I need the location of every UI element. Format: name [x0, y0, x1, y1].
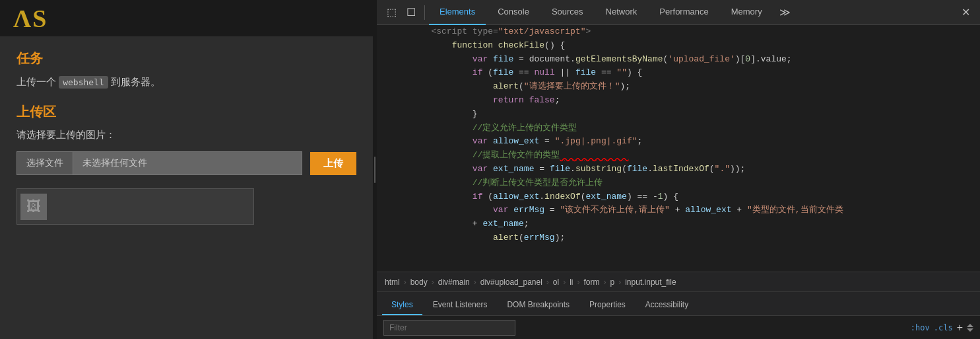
- tab-elements[interactable]: Elements: [429, 0, 486, 25]
- filter-arrow-up[interactable]: [967, 324, 973, 327]
- code-line: var file = document.getElementsByName('u…: [377, 53, 980, 67]
- bottom-tabs: Styles Event Listeners DOM Breakpoints P…: [377, 291, 980, 315]
- image-preview-area: 🖼: [16, 188, 254, 225]
- tab-network[interactable]: Network: [595, 0, 648, 25]
- devtools-panel: ⬚ ☐ Elements Console Sources Network Per…: [377, 0, 980, 339]
- task-desc-1: 上传一个: [16, 76, 56, 87]
- tab-properties[interactable]: Properties: [580, 295, 635, 315]
- devtools-close-button[interactable]: ✕: [956, 3, 975, 22]
- cursor-icon-button[interactable]: ⬚: [382, 3, 401, 22]
- filter-buttons: :hov .cls +: [911, 322, 973, 334]
- code-line: }: [377, 108, 980, 122]
- file-name-display: 未选择任何文件: [73, 151, 302, 175]
- upload-button[interactable]: 上传: [310, 152, 356, 175]
- filter-input[interactable]: [383, 320, 515, 336]
- code-line: if (allow_ext.indexOf(ext_name) == -1) {: [377, 190, 980, 204]
- breadcrumb-body[interactable]: body: [410, 278, 428, 287]
- hov-filter[interactable]: :hov: [911, 323, 930, 332]
- code-area[interactable]: <script type="text/javascript"> function…: [377, 25, 980, 272]
- tab-accessibility[interactable]: Accessibility: [636, 295, 698, 315]
- code-line: alert(errMsg);: [377, 231, 980, 245]
- breadcrumb-div-main[interactable]: div#main: [438, 278, 470, 287]
- more-tabs-button[interactable]: ≫: [774, 0, 796, 25]
- code-line: <script type="text/javascript">: [377, 25, 980, 39]
- code-line-squiggly: //提取上传文件的类型: [377, 149, 980, 163]
- tab-event-listeners[interactable]: Event Listeners: [424, 295, 497, 315]
- file-input-row: 选择文件 未选择任何文件 上传: [16, 151, 356, 175]
- code-line: //定义允许上传的文件类型: [377, 122, 980, 135]
- task-description: 上传一个 webshell 到服务器。: [16, 74, 356, 90]
- left-content: 任务 上传一个 webshell 到服务器。 上传区 请选择要上传的图片： 选择…: [0, 36, 373, 339]
- task-desc-2: 到服务器。: [111, 76, 160, 87]
- upload-section-title: 上传区: [16, 103, 356, 121]
- code-line: var errMsg = "该文件不允许上传,请上传" + allow_ext …: [377, 204, 980, 217]
- tab-sources[interactable]: Sources: [541, 0, 594, 25]
- code-line: return false;: [377, 94, 980, 108]
- code-line: //判断上传文件类型是否允许上传: [377, 176, 980, 190]
- tab-memory[interactable]: Memory: [721, 0, 773, 25]
- left-panel: ΛS 任务 上传一个 webshell 到服务器。 上传区 请选择要上传的图片：…: [0, 0, 373, 339]
- code-line: if (file == null || file == "") {: [377, 66, 980, 80]
- choose-file-button[interactable]: 选择文件: [16, 151, 73, 175]
- tab-dom-breakpoints[interactable]: DOM Breakpoints: [498, 295, 579, 315]
- breadcrumb-bar: html › body › div#main › div#upload_pane…: [377, 272, 980, 291]
- breadcrumb-p[interactable]: p: [610, 278, 615, 287]
- tab-styles[interactable]: Styles: [382, 295, 422, 315]
- breadcrumb-ol[interactable]: ol: [553, 278, 559, 287]
- code-line: var allow_ext = ".jpg|.png|.gif";: [377, 135, 980, 149]
- code-line: alert("请选择要上传的文件！");: [377, 80, 980, 94]
- upload-label: 请选择要上传的图片：: [16, 129, 356, 141]
- inspect-icon-button[interactable]: ☐: [402, 3, 420, 22]
- cls-filter[interactable]: .cls: [934, 323, 953, 332]
- webshell-badge: webshell: [59, 76, 108, 89]
- add-style-button[interactable]: +: [957, 322, 963, 334]
- filter-bar: :hov .cls +: [377, 315, 980, 339]
- breadcrumb-form[interactable]: form: [584, 278, 600, 287]
- code-line: var ext_name = file.substring(file.lastI…: [377, 163, 980, 176]
- left-header: ΛS: [0, 0, 373, 36]
- breadcrumb-div-upload[interactable]: div#upload_panel: [480, 278, 542, 287]
- breadcrumb-html[interactable]: html: [385, 278, 400, 287]
- toolbar-divider: [424, 5, 425, 20]
- devtools-toolbar: ⬚ ☐ Elements Console Sources Network Per…: [377, 0, 980, 25]
- breadcrumb-input[interactable]: input.input_file: [625, 278, 676, 287]
- logo: ΛS: [13, 4, 48, 33]
- filter-arrow-down[interactable]: [967, 328, 973, 332]
- code-line: + ext_name;: [377, 217, 980, 231]
- tab-performance[interactable]: Performance: [649, 0, 719, 25]
- breadcrumb-li[interactable]: li: [570, 278, 573, 287]
- tab-console[interactable]: Console: [487, 0, 540, 25]
- filter-arrows: [967, 324, 973, 332]
- task-section-title: 任务: [16, 50, 356, 67]
- image-thumbnail: 🖼: [20, 194, 47, 220]
- code-line: function checkFile() {: [377, 39, 980, 53]
